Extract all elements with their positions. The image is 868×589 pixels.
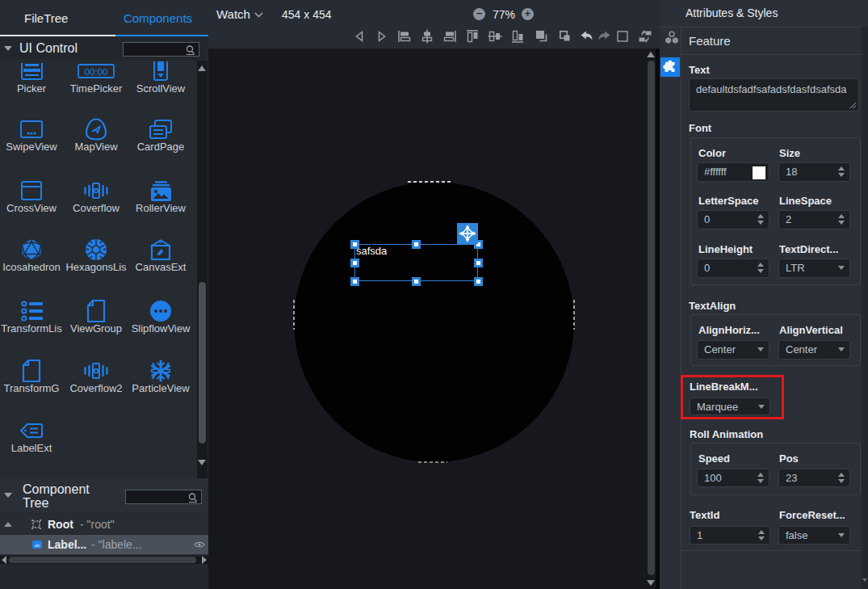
svg-text:00:00: 00:00 [85, 67, 108, 77]
svg-text:ab: ab [35, 543, 40, 548]
